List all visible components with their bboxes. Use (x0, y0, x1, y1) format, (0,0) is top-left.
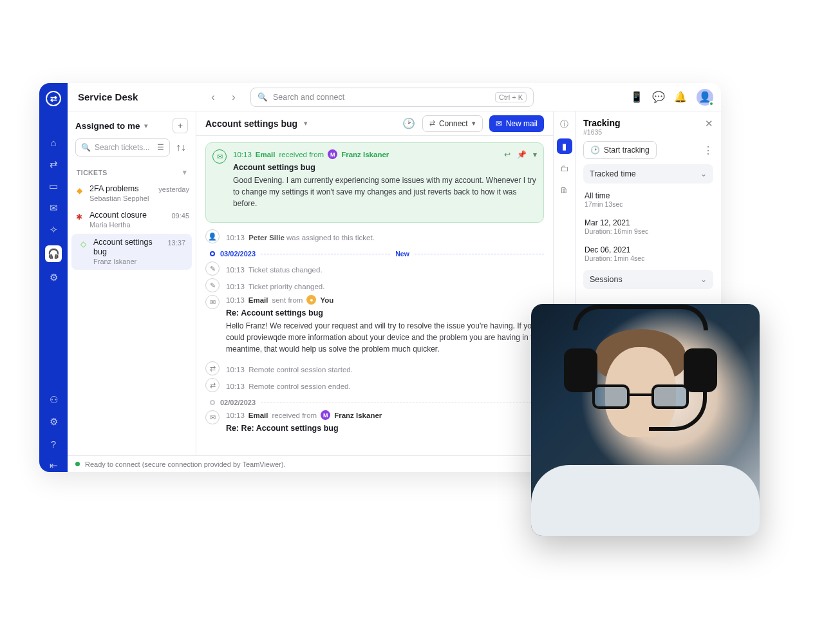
tickets-section-header[interactable]: TICKETS ▾ (68, 162, 196, 180)
status-text: Ready to connect (secure connection prov… (85, 460, 285, 468)
clock-icon[interactable]: 🕑 (402, 117, 416, 131)
session-icon: ⇄ (205, 361, 220, 375)
bell-icon[interactable]: 🔔 (675, 91, 686, 103)
avatar-chip-icon: ● (306, 295, 316, 305)
start-tracking-button[interactable]: 🕑 Start tracking (583, 141, 657, 159)
search-icon: 🔍 (258, 92, 268, 102)
info-icon[interactable]: ⓘ (557, 117, 572, 132)
page-title: Service Desk (75, 91, 200, 102)
more-icon[interactable]: ⋮ (703, 144, 713, 156)
chevron-down-icon: ⌄ (700, 169, 707, 178)
avatar-chip-icon: M (321, 410, 330, 420)
thread-title: Account settings bug (205, 118, 297, 129)
connect-icon: ⇄ (429, 119, 435, 128)
transfer-icon[interactable]: ⇄ (47, 158, 60, 171)
chat-icon[interactable]: 💬 (653, 91, 664, 103)
date-separator: 03/02/2023 New (205, 250, 544, 258)
chevron-down-icon: ⌄ (700, 275, 707, 284)
add-ticket-button[interactable]: + (173, 118, 188, 133)
tracking-icon[interactable]: ▮ (557, 138, 572, 154)
chevron-down-icon[interactable]: ▾ (533, 150, 537, 159)
users-icon[interactable]: ⚇ (47, 393, 60, 406)
close-icon[interactable]: ✕ (705, 118, 713, 129)
mail-icon: ✉ (212, 149, 227, 164)
workflow-icon[interactable]: ✧ (47, 223, 60, 236)
search-placeholder: Search and connect (273, 93, 344, 102)
session-icon: ⇄ (205, 378, 220, 392)
connect-button[interactable]: ⇄ Connect ▾ (422, 115, 483, 132)
sort-button[interactable]: ↑↓ (174, 138, 188, 156)
filter-icon[interactable]: ☰ (157, 143, 164, 152)
devices-icon[interactable]: ▭ (47, 180, 60, 193)
new-mail-button[interactable]: ✉ New mail (489, 115, 544, 132)
priority-icon: ✱ (74, 212, 84, 222)
note-icon[interactable]: 🗎 (557, 182, 572, 198)
topbar: Service Desk ‹ › 🔍 Search and connect Ct… (68, 83, 721, 111)
thread-panel: Account settings bug ▾ 🕑 ⇄ Connect ▾ ✉ N… (196, 111, 553, 455)
tracked-entry: Mar 12, 2021 Duration: 16min 9sec (583, 216, 713, 238)
home-icon[interactable]: ⌂ (47, 136, 60, 149)
edit-icon: ✎ (205, 278, 220, 292)
chevron-down-icon: ▾ (472, 119, 476, 128)
gear-icon[interactable]: ⚙ (47, 271, 60, 284)
clock-icon: 🕑 (590, 146, 600, 155)
email-subject: Re: Account settings bug (226, 308, 544, 317)
email-card: ✉ 10:13 Email received from M Franz Iska… (205, 142, 544, 223)
priority-icon: ◆ (74, 185, 84, 196)
reply-icon[interactable]: ↩ (504, 150, 510, 159)
email-subject: Account settings bug (233, 163, 537, 172)
ticket-search-input[interactable]: 🔍 Search tickets... ☰ (75, 138, 170, 156)
ticket-id: #1635 (583, 128, 621, 136)
chevron-down-icon[interactable]: ▾ (304, 119, 308, 128)
nav-forward-button[interactable]: › (226, 90, 241, 105)
nav-back-button[interactable]: ‹ (205, 90, 221, 105)
ticket-item[interactable]: ◆ 2FA problems Sebastian Sepphel yesterd… (68, 180, 196, 207)
ticket-search-placeholder: Search tickets... (95, 143, 149, 152)
ticket-item[interactable]: ◇ Account settings bug Franz Iskaner 13:… (71, 234, 192, 270)
tracked-entry: Dec 06, 2021 Duration: 1min 4sec (583, 243, 713, 265)
avatar[interactable]: 👤 (697, 89, 713, 106)
servicedesk-icon[interactable]: 🎧 (45, 245, 62, 262)
search-shortcut: Ctrl + K (495, 92, 527, 102)
nav-rail: ⇄ ⌂ ⇄ ▭ ✉ ✧ 🎧 ⚙ ⚇ ⚙ ? ⇤ (39, 83, 68, 472)
agent-photo (531, 304, 760, 536)
sessions-section[interactable]: Sessions ⌄ (583, 270, 713, 289)
avatar-chip-icon: M (328, 149, 337, 159)
tracking-title: Tracking (583, 118, 621, 128)
search-icon: 🔍 (81, 143, 91, 152)
global-search-input[interactable]: 🔍 Search and connect Ctrl + K (250, 88, 534, 107)
collapse-icon[interactable]: ⇤ (47, 459, 60, 472)
folder-icon[interactable]: 🗀 (557, 160, 572, 176)
app-logo-icon: ⇄ (46, 91, 61, 106)
settings-icon[interactable]: ⚙ (47, 415, 60, 428)
email-body: Hello Franz! We received your request an… (226, 320, 544, 355)
edit-icon: ✎ (205, 261, 220, 276)
ticket-item[interactable]: ✱ Account closure Maria Hertha 09:45 (68, 207, 196, 233)
chevron-down-icon: ▾ (144, 122, 148, 130)
filter-dropdown[interactable]: Assigned to me (75, 121, 140, 131)
phone-icon[interactable]: 📱 (631, 91, 642, 103)
presence-dot-icon (709, 101, 714, 106)
tracked-time-section[interactable]: Tracked time ⌄ (583, 164, 713, 184)
email-body: Good Evening. I am currently experiencin… (233, 175, 537, 209)
user-icon: 👤 (205, 229, 220, 243)
status-dot-icon (75, 462, 80, 466)
mail-icon: ✉ (205, 410, 220, 424)
mail-icon: ✉ (205, 295, 220, 309)
chevron-down-icon: ▾ (183, 168, 187, 176)
inbox-icon[interactable]: ✉ (47, 202, 60, 214)
ticket-list-panel: Assigned to me ▾ + 🔍 Search tickets... ☰… (68, 111, 196, 455)
mail-icon: ✉ (496, 119, 502, 128)
email-subject: Re: Re: Account settings bug (226, 424, 544, 433)
help-icon[interactable]: ? (47, 437, 60, 450)
pin-icon[interactable]: 📌 (517, 150, 527, 159)
date-separator: 02/02/2023 (205, 399, 544, 406)
tracked-all-time: All time 17min 13sec (583, 189, 713, 211)
priority-icon: ◇ (78, 239, 88, 249)
